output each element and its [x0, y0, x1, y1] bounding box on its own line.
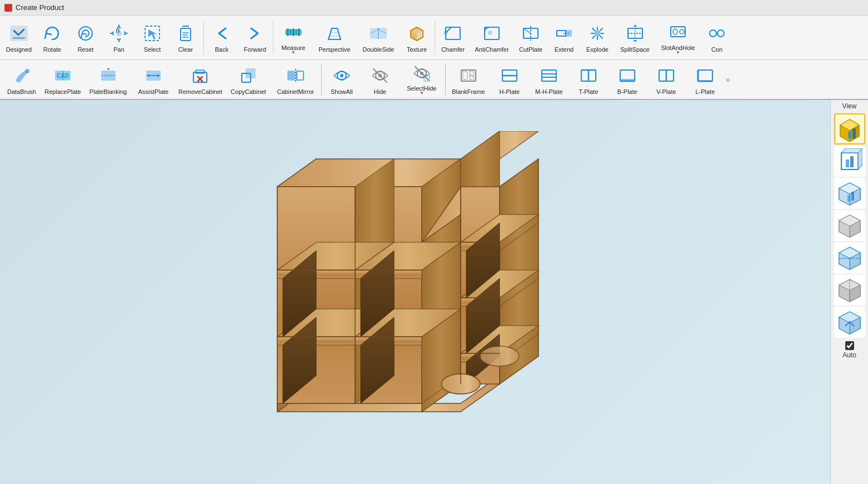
svg-point-63 [157, 74, 159, 77]
lplate-button[interactable]: L-Plate [686, 62, 725, 97]
slotandhole-arrow: SlotAndHole ▼ [661, 44, 695, 55]
extend-button[interactable]: Extend [547, 18, 581, 58]
mhplate-button[interactable]: M-H-Plate [529, 62, 569, 97]
svg-line-43 [592, 36, 595, 38]
removecabinet-label: RemoveCabinet [178, 88, 222, 95]
svg-rect-162 [850, 156, 854, 167]
svg-point-50 [680, 29, 684, 34]
replaceplate-button[interactable]: CAD ReplacePlate [41, 62, 84, 97]
svg-rect-5 [181, 28, 191, 41]
view-panel-label: View [842, 102, 857, 110]
plateblanking-icon [97, 64, 119, 87]
reset-icon [74, 22, 97, 44]
explode-label: Explode [586, 46, 608, 53]
select-label: Select [144, 46, 161, 53]
hide-icon [369, 64, 391, 87]
svg-rect-167 [847, 195, 850, 202]
furniture-3d [244, 131, 555, 453]
svg-rect-73 [297, 71, 303, 80]
pan-button[interactable]: Pan [102, 18, 136, 58]
selecthide-button[interactable]: SelectHide ▼ [400, 62, 444, 97]
back-button[interactable]: Back [205, 18, 238, 58]
hplate-button[interactable]: H-Plate [490, 62, 529, 97]
blankframe-icon [457, 64, 480, 87]
svg-rect-100 [698, 70, 712, 81]
designed-button[interactable]: Designed [2, 18, 36, 58]
assistplate-icon [142, 64, 164, 87]
selecthide-arrow: SelectHide ▼ [407, 85, 436, 96]
svg-point-28 [443, 31, 448, 35]
rotate-label: Rotate [43, 46, 61, 53]
measure-arrow: Measure ▼ [282, 44, 306, 55]
vplate-icon [655, 64, 677, 87]
pan-label: Pan [113, 46, 124, 53]
forward-button[interactable]: Forward [238, 18, 272, 58]
texture-icon [406, 22, 428, 44]
cabinetmirror-label: CabinetMirror [277, 88, 315, 95]
showall-label: ShowAll [331, 88, 353, 95]
svg-line-33 [523, 28, 531, 33]
perspective-button[interactable]: Perspective [312, 18, 357, 58]
more-button[interactable]: » [725, 60, 731, 99]
forward-icon [244, 22, 266, 44]
svg-rect-89 [542, 70, 556, 81]
vplate-button[interactable]: V-Plate [647, 62, 686, 97]
svg-point-62 [148, 74, 150, 77]
chamfer-label: Chamfer [441, 46, 465, 53]
measure-button[interactable]: Measure ▼ [275, 18, 312, 58]
view-cube-1[interactable] [834, 113, 865, 144]
antichamfer-icon [481, 22, 503, 44]
assistplate-button[interactable]: AssistPlate [132, 62, 175, 97]
view-cube-6[interactable] [834, 275, 865, 306]
copycabinet-label: CopyCabinet [231, 88, 266, 95]
view-cube-7[interactable] [834, 307, 865, 338]
bplate-button[interactable]: B-Plate [608, 62, 647, 97]
view-cube-4[interactable] [834, 210, 865, 241]
viewport[interactable] [0, 100, 830, 484]
forward-label: Forward [244, 46, 266, 53]
svg-point-52 [717, 30, 724, 37]
clear-label: Clear [178, 46, 193, 53]
pan-icon [108, 22, 130, 44]
auto-checkbox[interactable] [845, 341, 854, 350]
svg-rect-168 [851, 192, 854, 201]
tplate-button[interactable]: T-Plate [569, 62, 608, 97]
rotate-button[interactable]: Rotate [36, 18, 69, 58]
reset-button[interactable]: Reset [69, 18, 102, 58]
tplate-label: T-Plate [578, 88, 598, 95]
plateblanking-button[interactable]: PlateBlanking [84, 62, 132, 97]
svg-rect-84 [463, 72, 467, 79]
cutplate-icon [520, 22, 542, 44]
antichamfer-button[interactable]: AntiChamfer [470, 18, 514, 58]
texture-button[interactable]: Texture [400, 18, 433, 58]
clear-button[interactable]: Clear [169, 18, 202, 58]
svg-rect-161 [846, 159, 849, 167]
explode-button[interactable]: Explode [581, 18, 614, 58]
blankframe-button[interactable]: BlankFrame [447, 62, 490, 97]
databrush-button[interactable]: DataBrush [2, 62, 41, 97]
copycabinet-button[interactable]: CopyCabinet [226, 62, 271, 97]
svg-point-51 [710, 30, 716, 37]
doubleside-icon [367, 22, 390, 44]
hide-button[interactable]: Hide [361, 62, 400, 97]
view-cube-2[interactable] [834, 146, 865, 177]
chamfer-button[interactable]: Chamfer [436, 18, 470, 58]
con-button[interactable]: Con [700, 18, 734, 58]
view-cube-3[interactable] [834, 178, 865, 209]
cutplate-label: CutPlate [519, 46, 542, 53]
doubleside-button[interactable]: DoubleSide [357, 18, 400, 58]
svg-marker-116 [461, 131, 500, 187]
removecabinet-button[interactable]: RemoveCabinet [175, 62, 226, 97]
select-button[interactable]: Select [136, 18, 169, 58]
slotandhole-button[interactable]: SlotAndHole ▼ [656, 18, 700, 58]
view-cube-5[interactable] [834, 242, 865, 273]
bplate-label: B-Plate [617, 88, 637, 95]
cabinetmirror-button[interactable]: CabinetMirror [271, 62, 320, 97]
splitspace-button[interactable]: SplitSpace [614, 18, 656, 58]
perspective-icon [323, 22, 346, 44]
cutplate-button[interactable]: CutPlate [514, 18, 547, 58]
blankframe-label: BlankFrame [452, 88, 485, 95]
showall-button[interactable]: ShowAll [323, 62, 361, 97]
perspective-label: Perspective [318, 46, 350, 53]
svg-point-75 [340, 74, 343, 77]
